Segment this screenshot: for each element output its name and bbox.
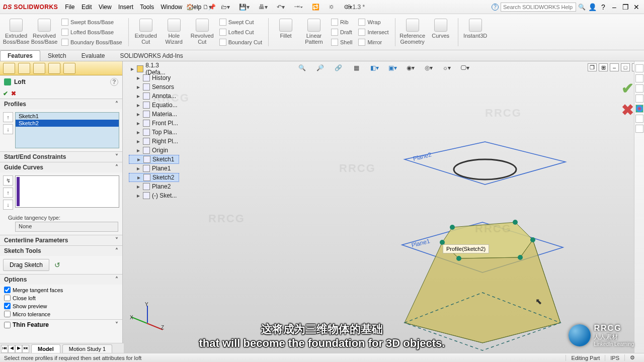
- section-sketchtools-header[interactable]: Sketch Tools˄: [0, 246, 122, 256]
- tree-item-12[interactable]: ▸Plane2: [129, 182, 179, 191]
- option-row-0[interactable]: Merge tangent faces: [4, 287, 118, 293]
- menu-view[interactable]: View: [99, 4, 112, 11]
- tree-item-10[interactable]: ▸Plane1: [129, 164, 179, 173]
- search-input[interactable]: [501, 3, 576, 12]
- shell-button[interactable]: Shell: [329, 38, 354, 47]
- qat-new-icon[interactable]: 🏠: [186, 4, 194, 11]
- option-checkbox-2[interactable]: [4, 303, 11, 309]
- swept-boss-button[interactable]: Swept Boss/Base: [59, 18, 124, 27]
- qat-print-icon[interactable]: 🖶▾: [259, 4, 268, 11]
- tab-nav-last-icon[interactable]: ⏭: [22, 345, 29, 353]
- guide-tangency-dropdown[interactable]: None: [15, 222, 118, 232]
- mdi-maximize-button[interactable]: □: [621, 63, 630, 71]
- section-guides-header[interactable]: Guide Curves˄: [0, 162, 122, 172]
- intersect-button[interactable]: Intersect: [356, 28, 390, 37]
- section-profiles-header[interactable]: Profiles˄: [0, 99, 122, 109]
- pm-tab-property-icon[interactable]: [18, 63, 30, 74]
- taskpane-explorer-icon[interactable]: [635, 84, 643, 93]
- wrap-button[interactable]: Wrap: [356, 18, 390, 27]
- profile-move-down-button[interactable]: ↓: [3, 124, 13, 134]
- tree-item-9[interactable]: ▸Sketch1: [129, 155, 179, 164]
- guide-move-up-button[interactable]: ↑: [3, 188, 13, 198]
- restore-button[interactable]: ❐: [621, 3, 630, 12]
- qat-open-icon[interactable]: 🗋▾: [203, 4, 212, 11]
- tab-features[interactable]: Features: [0, 50, 40, 61]
- tree-item-1[interactable]: ▸Sensors: [129, 82, 179, 92]
- qat-saveas-icon[interactable]: 💾▾: [239, 4, 250, 11]
- tree-item-8[interactable]: ▸Origin: [129, 146, 179, 155]
- tab-evaluate[interactable]: Evaluate: [74, 50, 113, 61]
- menu-file[interactable]: File: [65, 4, 74, 11]
- drag-sketch-button[interactable]: Drag Sketch: [3, 259, 49, 271]
- option-row-1[interactable]: Close loft: [4, 295, 118, 301]
- pm-ok-button[interactable]: ✔: [3, 90, 8, 97]
- qat-settings-icon[interactable]: ⚙▾: [344, 4, 352, 11]
- status-gear-icon[interactable]: ⚙: [624, 354, 640, 361]
- pm-help-icon[interactable]: ?: [110, 78, 118, 86]
- close-button[interactable]: ✕: [632, 3, 641, 12]
- tab-nav-first-icon[interactable]: ⏮: [1, 345, 8, 353]
- qat-rebuild-icon[interactable]: 🔁: [312, 4, 319, 11]
- option-row-3[interactable]: Micro tolerance: [4, 311, 118, 317]
- taskpane-library-icon[interactable]: [635, 74, 643, 82]
- tree-item-11[interactable]: ▸Sketch2: [129, 173, 179, 182]
- instant3d-button[interactable]: Instant3D: [462, 17, 489, 48]
- taskpane-custom-props-icon[interactable]: [635, 115, 643, 123]
- taskpane-view-palette-icon[interactable]: [635, 95, 643, 103]
- revolved-cut-button[interactable]: Revolved Cut: [189, 17, 215, 48]
- minimize-button[interactable]: –: [610, 3, 619, 12]
- option-checkbox-3[interactable]: [4, 311, 11, 317]
- section-centerline-header[interactable]: Centerline Parameters˅: [0, 235, 122, 245]
- taskpane-resources-icon[interactable]: [635, 64, 643, 72]
- draft-button[interactable]: Draft: [329, 28, 354, 37]
- qat-select-icon[interactable]: ⭲▾: [294, 4, 303, 11]
- fillet-button[interactable]: Fillet: [273, 17, 299, 48]
- lofted-cut-button[interactable]: Lofted Cut: [217, 28, 264, 37]
- menu-tools[interactable]: Tools: [140, 4, 154, 11]
- flyout-feature-tree[interactable]: ▸8.1.3 (Defa... ▸History▸Sensors▸Annota.…: [129, 64, 179, 200]
- thin-feature-checkbox[interactable]: [4, 322, 11, 328]
- option-checkbox-1[interactable]: [4, 295, 11, 301]
- section-constraints-header[interactable]: Start/End Constraints˅: [0, 152, 122, 162]
- pm-tab-config-icon[interactable]: [33, 63, 45, 74]
- tab-addins[interactable]: SOLIDWORKS Add-Ins: [112, 50, 190, 61]
- tree-root[interactable]: ▸8.1.3 (Defa...: [129, 64, 179, 73]
- mdi-tile-button[interactable]: ⊞: [599, 63, 608, 71]
- boundary-cut-button[interactable]: Boundary Cut: [217, 38, 264, 47]
- tab-nav-prev-icon[interactable]: ◀: [8, 345, 15, 353]
- hole-wizard-button[interactable]: Hole Wizard: [161, 17, 187, 48]
- tree-item-5[interactable]: ▸Front Pl...: [129, 119, 179, 128]
- profiles-listbox[interactable]: Sketch1 Sketch2: [15, 112, 119, 148]
- user-icon[interactable]: 👤: [588, 3, 597, 12]
- mdi-new-window-button[interactable]: ❐: [588, 63, 597, 71]
- graphics-viewport[interactable]: 🔍 🔎 🔗 ▦ ◧▾ ▣▾ ◉▾ ◎▾ ☼▾ 🖵▾ ❐ ⊞ – □ ✕ ✔ ✖ …: [123, 61, 644, 353]
- qat-undo-icon[interactable]: ↶▾: [277, 4, 285, 11]
- mdi-minimize-button[interactable]: –: [610, 63, 619, 71]
- swept-cut-button[interactable]: Swept Cut: [217, 18, 264, 27]
- tree-item-7[interactable]: ▸Right Pl...: [129, 137, 179, 146]
- tree-item-2[interactable]: ▸Annota...: [129, 92, 179, 101]
- guide-type-icon[interactable]: ↯: [3, 175, 13, 186]
- qat-options-icon[interactable]: ⛭: [329, 4, 335, 11]
- sketch-undo-icon[interactable]: ↺: [54, 261, 60, 269]
- extruded-boss-button[interactable]: Extruded Boss/Base: [3, 17, 29, 48]
- curves-button[interactable]: Curves: [428, 17, 454, 48]
- pm-tab-appearance-icon[interactable]: [63, 63, 75, 74]
- bottom-tab-model[interactable]: Model: [31, 344, 60, 353]
- boundary-boss-button[interactable]: Boundary Boss/Base: [59, 38, 124, 47]
- section-options-header[interactable]: Options˄: [0, 275, 122, 285]
- lofted-boss-button[interactable]: Lofted Boss/Base: [59, 28, 124, 37]
- guides-listbox[interactable]: [15, 175, 119, 208]
- menu-insert[interactable]: Insert: [118, 4, 133, 11]
- menu-edit[interactable]: Edit: [82, 4, 92, 11]
- reference-geometry-button[interactable]: Reference Geometry: [399, 17, 426, 48]
- guide-move-down-button[interactable]: ↓: [3, 200, 13, 210]
- profile-move-up-button[interactable]: ↑: [3, 112, 13, 122]
- pm-tab-feature-icon[interactable]: [3, 63, 15, 74]
- linear-pattern-button[interactable]: Linear Pattern: [301, 17, 327, 48]
- tree-item-3[interactable]: ▸Equatio...: [129, 101, 179, 110]
- tab-sketch[interactable]: Sketch: [40, 50, 74, 61]
- help-icon[interactable]: ?: [599, 3, 608, 12]
- pm-cancel-button[interactable]: ✖: [11, 90, 16, 97]
- thin-feature-row[interactable]: Thin Feature˅: [0, 320, 122, 330]
